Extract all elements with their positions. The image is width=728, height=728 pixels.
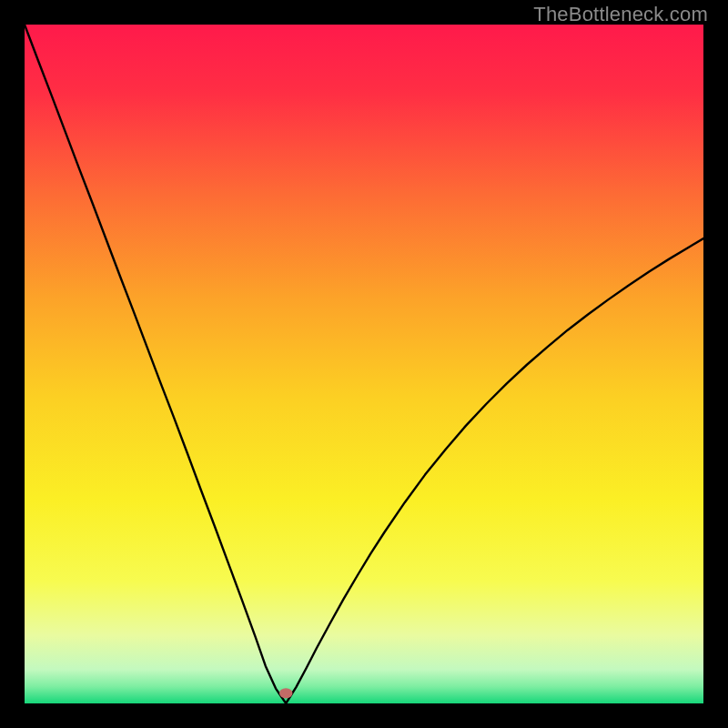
watermark-text: TheBottleneck.com	[533, 3, 708, 26]
minimum-marker	[279, 688, 292, 698]
plot-background	[25, 25, 703, 703]
chart-container: { "watermark": "TheBottleneck.com", "mar…	[0, 0, 728, 728]
bottleneck-chart	[25, 25, 703, 703]
